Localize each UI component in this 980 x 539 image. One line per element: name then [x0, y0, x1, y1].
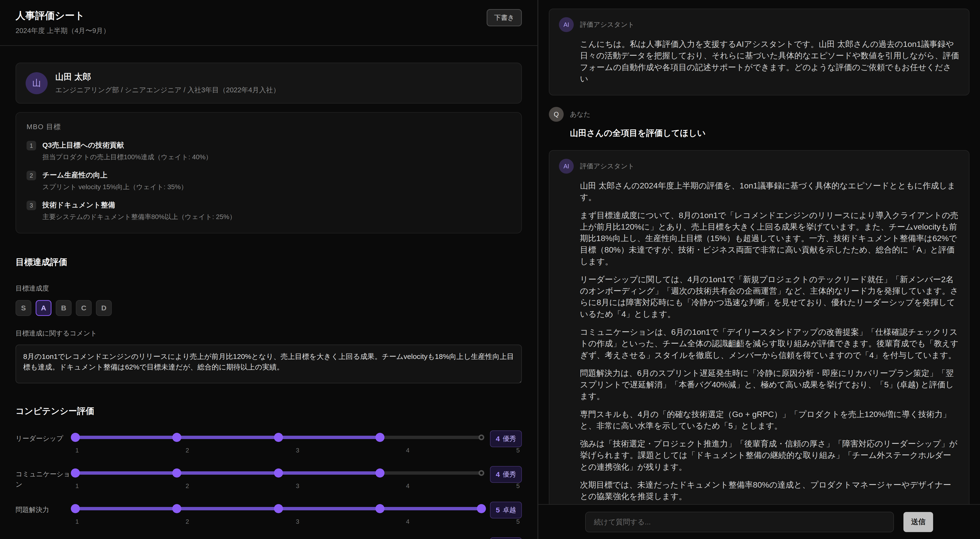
assistant-avatar: AI — [559, 17, 574, 32]
tick-label: 4 — [406, 518, 409, 525]
badge-text: 優秀 — [503, 470, 516, 479]
mbo-heading: MBO 目標 — [27, 122, 511, 132]
badge-text: 卓越 — [503, 506, 516, 515]
message-paragraph: 強みは「技術選定・プロジェクト推進力」「後輩育成・信頼の厚さ」「障害対応のリーダ… — [580, 438, 959, 472]
message-paragraph: まず目標達成度について、8月の1on1で「レコメンドエンジンのリリースにより導入… — [580, 209, 959, 267]
user-message-text: 山田さんの全項目を評価してほしい — [570, 127, 969, 139]
competency-value-badge: 5卓越 — [490, 502, 522, 518]
competency-value-badge: 4優秀 — [490, 430, 522, 447]
employee-name: 山田 太郎 — [55, 71, 280, 82]
mbo-goal-number: 3 — [27, 201, 36, 210]
user-message: Qあなた山田さんの全項目を評価してほしい — [549, 107, 969, 139]
slider-dot[interactable] — [375, 504, 385, 513]
send-button[interactable]: 送信 — [904, 512, 933, 532]
chat-input[interactable] — [585, 512, 894, 532]
assistant-name: 評価アシスタント — [580, 162, 635, 171]
grade-button-B[interactable]: B — [56, 300, 72, 316]
grade-button-group: SABCD — [16, 300, 522, 316]
assistant-message: AI評価アシスタント山田 太郎さんの2024年度上半期の評価を、1on1議事録に… — [549, 150, 969, 504]
message-paragraph: 次期目標では、未達だったドキュメント整備率80%の達成と、プロダクトマネージャー… — [580, 479, 959, 502]
badge-value: 4 — [496, 435, 500, 443]
slider-track[interactable] — [75, 507, 481, 510]
mbo-goal-number: 2 — [27, 171, 36, 180]
competency-label: リーダーシップ — [16, 432, 75, 444]
tick-label: 4 — [406, 482, 409, 490]
slider-dot[interactable] — [375, 433, 385, 442]
grade-button-C[interactable]: C — [76, 300, 92, 316]
message-paragraph: こんにちは。私は人事評価入力を支援するAIアシスタントです。山田 太郎さんの過去… — [580, 38, 959, 84]
mbo-goal-title: 技術ドキュメント整備 — [42, 200, 236, 210]
avatar: 山 — [25, 72, 48, 94]
evaluation-period: 2024年度 上半期（4月〜9月） — [16, 26, 522, 36]
slider-dot[interactable] — [71, 433, 80, 442]
assistant-avatar: AI — [559, 159, 574, 174]
competency-slider[interactable]: 12345 — [75, 468, 481, 490]
slider-end-ring[interactable] — [479, 434, 484, 440]
slider-dot[interactable] — [71, 504, 80, 513]
message-paragraph: リーダーシップに関しては、4月の1on1で「新規プロジェクトのテックリード就任」… — [580, 274, 959, 320]
slider-tick-labels: 12345 — [75, 518, 520, 525]
tick-label: 3 — [296, 447, 299, 454]
grade-button-A[interactable]: A — [36, 300, 51, 316]
slider-dot[interactable] — [477, 504, 486, 513]
user-name: あなた — [570, 110, 590, 119]
mbo-goal-desc: 主要システムのドキュメント整備率80%以上（ウェイト: 25%） — [42, 212, 236, 222]
competency-rows: リーダーシップ123454優秀コミュニケーション123454優秀問題解決力123… — [16, 432, 522, 539]
competency-label: コミュニケーション — [16, 468, 75, 490]
tick-label: 2 — [186, 482, 189, 490]
mbo-goal-item: 1Q3売上目標への技術貢献担当プロダクトの売上目標100%達成（ウェイト: 40… — [27, 140, 511, 162]
tick-label: 5 — [516, 518, 520, 525]
slider-dot[interactable] — [71, 468, 80, 477]
badge-text: 優秀 — [503, 434, 516, 443]
ai-chat-panel: AI評価アシスタントこんにちは。私は人事評価入力を支援するAIアシスタントです。… — [538, 0, 980, 539]
slider-tick-labels: 12345 — [75, 482, 520, 490]
grade-label: 目標達成度 — [16, 284, 522, 293]
slider-tick-labels: 12345 — [75, 447, 520, 454]
status-badge: 下書き — [487, 9, 522, 26]
slider-dot[interactable] — [274, 468, 283, 477]
message-header: AI評価アシスタント — [559, 17, 959, 32]
tick-label: 3 — [296, 482, 299, 490]
employee-meta: エンジニアリング部 / シニアエンジニア / 入社3年目（2022年4月入社） — [55, 86, 280, 95]
badge-value: 5 — [496, 506, 500, 514]
tick-label: 5 — [516, 482, 520, 490]
slider-fill — [75, 436, 380, 439]
assistant-message-body: 山田 太郎さんの2024年度上半期の評価を、1on1議事録に基づく具体的なエピソ… — [580, 180, 959, 504]
slider-track[interactable] — [75, 471, 481, 475]
chat-input-bar: 送信 — [538, 504, 980, 539]
competency-slider[interactable]: 12345 — [75, 504, 481, 525]
competency-slider[interactable]: 12345 — [75, 432, 481, 454]
goal-eval-heading: 目標達成評価 — [16, 256, 522, 268]
slider-dot[interactable] — [274, 504, 283, 513]
competency-row: リーダーシップ123454優秀 — [16, 432, 522, 454]
message-header: AI評価アシスタント — [559, 159, 959, 174]
message-paragraph: コミュニケーションは、6月の1on1で「デイリースタンドアップの改善提案」「仕様… — [580, 326, 959, 361]
mbo-list: 1Q3売上目標への技術貢献担当プロダクトの売上目標100%達成（ウェイト: 40… — [27, 140, 511, 222]
employee-card: 山 山田 太郎 エンジニアリング部 / シニアエンジニア / 入社3年目（202… — [16, 63, 522, 103]
tick-label: 1 — [75, 518, 79, 525]
competency-value-badge: 4優秀 — [490, 466, 522, 483]
goal-comment-textarea[interactable]: 8月の1on1でレコメンドエンジンのリリースにより売上が前月比120%となり、売… — [16, 345, 522, 383]
evaluation-form-panel[interactable]: 人事評価シート 2024年度 上半期（4月〜9月） 下書き 山 山田 太郎 エン… — [0, 0, 538, 539]
slider-dot[interactable] — [274, 433, 283, 442]
mbo-goal-text: Q3売上目標への技術貢献担当プロダクトの売上目標100%達成（ウェイト: 40%… — [42, 140, 212, 162]
tick-label: 4 — [406, 447, 409, 454]
page-title: 人事評価シート — [16, 9, 522, 22]
slider-dot[interactable] — [172, 468, 181, 477]
slider-track[interactable] — [75, 436, 481, 439]
competency-row: 問題解決力123455卓越 — [16, 504, 522, 525]
slider-fill — [75, 471, 380, 475]
chat-message-area[interactable]: AI評価アシスタントこんにちは。私は人事評価入力を支援するAIアシスタントです。… — [538, 0, 980, 504]
mbo-goal-title: Q3売上目標への技術貢献 — [42, 140, 212, 150]
slider-dot[interactable] — [172, 504, 181, 513]
slider-end-ring[interactable] — [479, 470, 484, 476]
slider-dot[interactable] — [172, 433, 181, 442]
grade-button-S[interactable]: S — [16, 300, 31, 316]
mbo-goal-text: 技術ドキュメント整備主要システムのドキュメント整備率80%以上（ウェイト: 25… — [42, 200, 236, 222]
mbo-goal-item: 3技術ドキュメント整備主要システムのドキュメント整備率80%以上（ウェイト: 2… — [27, 200, 511, 222]
grade-button-D[interactable]: D — [96, 300, 112, 316]
slider-dot[interactable] — [375, 468, 385, 477]
competency-row: コミュニケーション123454優秀 — [16, 468, 522, 490]
form-body: 山 山田 太郎 エンジニアリング部 / シニアエンジニア / 入社3年目（202… — [0, 63, 538, 539]
mbo-goal-title: チーム生産性の向上 — [42, 170, 187, 180]
